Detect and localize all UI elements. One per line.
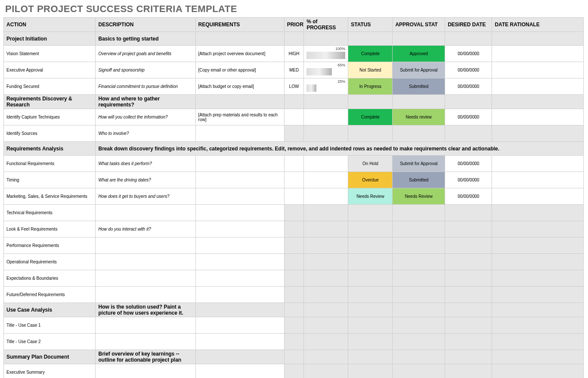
cell-date[interactable]: 00/00/0000 bbox=[445, 188, 492, 205]
cell-date[interactable]: 00/00/0000 bbox=[445, 156, 492, 172]
cell-progress[interactable]: 100% bbox=[304, 46, 348, 62]
cell-action[interactable]: Title - Use Case 1 bbox=[4, 317, 96, 334]
cell-status[interactable]: Not Started bbox=[348, 62, 393, 78]
cell-approval[interactable]: Needs review bbox=[393, 109, 445, 125]
cell-priority[interactable] bbox=[284, 205, 303, 221]
cell-rationale[interactable] bbox=[492, 46, 584, 62]
cell-status[interactable] bbox=[348, 364, 393, 378]
cell-approval[interactable] bbox=[393, 237, 445, 254]
cell-progress[interactable]: 25% bbox=[304, 78, 348, 95]
cell-priority[interactable] bbox=[284, 254, 303, 270]
cell-date[interactable]: 00/00/0000 bbox=[445, 78, 492, 95]
cell-priority[interactable] bbox=[284, 317, 303, 334]
cell-priority[interactable] bbox=[284, 109, 303, 125]
cell-requirements[interactable] bbox=[195, 188, 284, 205]
cell-priority[interactable] bbox=[284, 334, 303, 350]
cell-approval[interactable]: Submit for Approval bbox=[393, 156, 445, 172]
cell-requirements[interactable] bbox=[195, 172, 284, 188]
cell-rationale[interactable] bbox=[492, 317, 584, 334]
cell-action[interactable]: Technical Requirements bbox=[4, 205, 96, 221]
cell-description[interactable]: Who to involve? bbox=[96, 125, 195, 142]
cell-action[interactable]: Marketing, Sales, & Service Requirements bbox=[4, 188, 96, 205]
cell-approval[interactable]: Approved bbox=[393, 46, 445, 62]
cell-rationale[interactable] bbox=[492, 172, 584, 188]
cell-progress[interactable] bbox=[304, 364, 348, 378]
cell-description[interactable] bbox=[96, 237, 195, 254]
cell-date[interactable] bbox=[445, 254, 492, 270]
cell-action[interactable]: Look & Feel Requirements bbox=[4, 221, 96, 237]
cell-action[interactable]: Executive Approval bbox=[4, 62, 96, 78]
cell-progress[interactable] bbox=[304, 254, 348, 270]
cell-status[interactable] bbox=[348, 287, 393, 303]
cell-action[interactable]: Identify Capture Techniques bbox=[4, 109, 96, 125]
cell-requirements[interactable] bbox=[195, 270, 284, 287]
cell-requirements[interactable]: [Copy email or other approval] bbox=[195, 62, 284, 78]
cell-requirements[interactable] bbox=[195, 205, 284, 221]
cell-description[interactable] bbox=[96, 364, 195, 378]
cell-description[interactable] bbox=[96, 287, 195, 303]
cell-status[interactable] bbox=[348, 221, 393, 237]
cell-progress[interactable] bbox=[304, 270, 348, 287]
cell-description[interactable]: How does it get to buyers and users? bbox=[96, 188, 195, 205]
cell-priority[interactable] bbox=[284, 172, 303, 188]
cell-date[interactable] bbox=[445, 270, 492, 287]
cell-date[interactable] bbox=[445, 221, 492, 237]
cell-progress[interactable] bbox=[304, 221, 348, 237]
cell-rationale[interactable] bbox=[492, 125, 584, 142]
cell-progress[interactable] bbox=[304, 334, 348, 350]
cell-date[interactable] bbox=[445, 125, 492, 142]
cell-priority[interactable]: HIGH bbox=[284, 46, 303, 62]
cell-progress[interactable] bbox=[304, 109, 348, 125]
cell-description[interactable] bbox=[96, 317, 195, 334]
cell-requirements[interactable]: [Attach budget or copy email] bbox=[195, 78, 284, 95]
cell-date[interactable] bbox=[445, 364, 492, 378]
cell-status[interactable] bbox=[348, 317, 393, 334]
cell-approval[interactable] bbox=[393, 254, 445, 270]
cell-approval[interactable] bbox=[393, 334, 445, 350]
cell-description[interactable]: How will you collect the information? bbox=[96, 109, 195, 125]
cell-rationale[interactable] bbox=[492, 205, 584, 221]
cell-date[interactable]: 00/00/0000 bbox=[445, 62, 492, 78]
cell-progress[interactable] bbox=[304, 172, 348, 188]
cell-action[interactable]: Funding Secured bbox=[4, 78, 96, 95]
cell-rationale[interactable] bbox=[492, 237, 584, 254]
cell-action[interactable]: Identify Sources bbox=[4, 125, 96, 142]
cell-rationale[interactable] bbox=[492, 364, 584, 378]
cell-description[interactable]: Overview of project goals and benefits bbox=[96, 46, 195, 62]
cell-action[interactable]: Functional Requirements bbox=[4, 156, 96, 172]
cell-requirements[interactable] bbox=[195, 221, 284, 237]
cell-progress[interactable] bbox=[304, 188, 348, 205]
cell-status[interactable] bbox=[348, 205, 393, 221]
cell-status[interactable] bbox=[348, 254, 393, 270]
cell-approval[interactable] bbox=[393, 205, 445, 221]
cell-description[interactable]: How do you interact with it? bbox=[96, 221, 195, 237]
cell-rationale[interactable] bbox=[492, 254, 584, 270]
cell-action[interactable]: Timing bbox=[4, 172, 96, 188]
cell-requirements[interactable]: [Attach prep materials and results to ea… bbox=[195, 109, 284, 125]
cell-status[interactable] bbox=[348, 270, 393, 287]
cell-progress[interactable] bbox=[304, 205, 348, 221]
cell-status[interactable]: Complete bbox=[348, 46, 393, 62]
cell-rationale[interactable] bbox=[492, 188, 584, 205]
cell-progress[interactable] bbox=[304, 287, 348, 303]
cell-approval[interactable] bbox=[393, 270, 445, 287]
cell-requirements[interactable] bbox=[195, 156, 284, 172]
cell-priority[interactable] bbox=[284, 364, 303, 378]
cell-priority[interactable] bbox=[284, 221, 303, 237]
cell-priority[interactable] bbox=[284, 125, 303, 142]
cell-description[interactable]: Signoff and sponsorship bbox=[96, 62, 195, 78]
cell-description[interactable]: What tasks does it perform? bbox=[96, 156, 195, 172]
cell-action[interactable]: Executive Summary bbox=[4, 364, 96, 378]
cell-rationale[interactable] bbox=[492, 62, 584, 78]
cell-priority[interactable]: LOW bbox=[284, 78, 303, 95]
cell-description[interactable] bbox=[96, 270, 195, 287]
cell-rationale[interactable] bbox=[492, 287, 584, 303]
cell-requirements[interactable] bbox=[195, 334, 284, 350]
cell-date[interactable] bbox=[445, 237, 492, 254]
cell-action[interactable]: Operational Requirements bbox=[4, 254, 96, 270]
cell-progress[interactable] bbox=[304, 125, 348, 142]
cell-rationale[interactable] bbox=[492, 156, 584, 172]
cell-progress[interactable] bbox=[304, 317, 348, 334]
cell-status[interactable] bbox=[348, 125, 393, 142]
cell-status[interactable]: Overdue bbox=[348, 172, 393, 188]
